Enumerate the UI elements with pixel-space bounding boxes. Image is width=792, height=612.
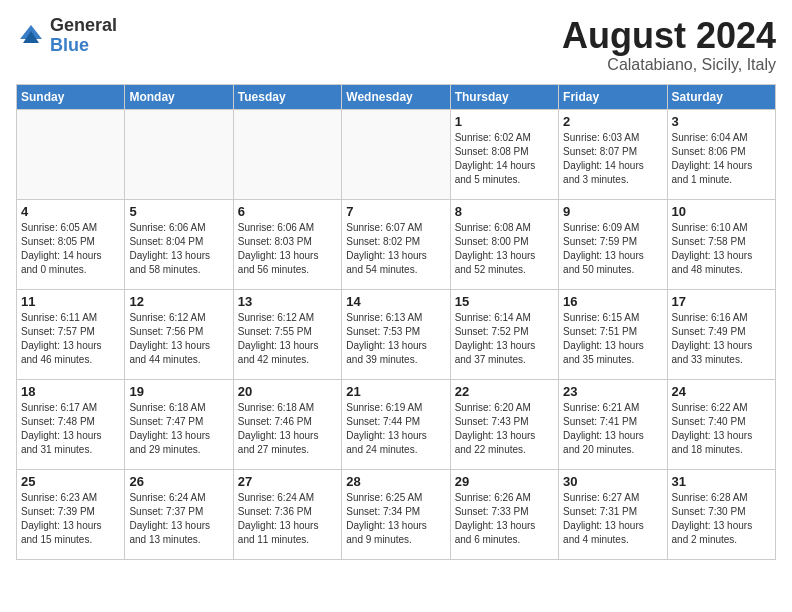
- day-info: Sunrise: 6:15 AMSunset: 7:51 PMDaylight:…: [563, 311, 662, 367]
- calendar-cell: 28Sunrise: 6:25 AMSunset: 7:34 PMDayligh…: [342, 469, 450, 559]
- day-info: Sunrise: 6:28 AMSunset: 7:30 PMDaylight:…: [672, 491, 771, 547]
- calendar-cell: 7Sunrise: 6:07 AMSunset: 8:02 PMDaylight…: [342, 199, 450, 289]
- calendar-week-row: 25Sunrise: 6:23 AMSunset: 7:39 PMDayligh…: [17, 469, 776, 559]
- calendar-cell: 12Sunrise: 6:12 AMSunset: 7:56 PMDayligh…: [125, 289, 233, 379]
- day-number: 5: [129, 204, 228, 219]
- calendar-week-row: 18Sunrise: 6:17 AMSunset: 7:48 PMDayligh…: [17, 379, 776, 469]
- day-number: 6: [238, 204, 337, 219]
- day-info: Sunrise: 6:12 AMSunset: 7:56 PMDaylight:…: [129, 311, 228, 367]
- day-info: Sunrise: 6:12 AMSunset: 7:55 PMDaylight:…: [238, 311, 337, 367]
- calendar-cell: 3Sunrise: 6:04 AMSunset: 8:06 PMDaylight…: [667, 109, 775, 199]
- calendar-cell: 19Sunrise: 6:18 AMSunset: 7:47 PMDayligh…: [125, 379, 233, 469]
- logo-blue-text: Blue: [50, 36, 117, 56]
- day-info: Sunrise: 6:22 AMSunset: 7:40 PMDaylight:…: [672, 401, 771, 457]
- weekday-header-saturday: Saturday: [667, 84, 775, 109]
- day-info: Sunrise: 6:05 AMSunset: 8:05 PMDaylight:…: [21, 221, 120, 277]
- calendar-cell: [125, 109, 233, 199]
- day-info: Sunrise: 6:20 AMSunset: 7:43 PMDaylight:…: [455, 401, 554, 457]
- logo-general-text: General: [50, 16, 117, 36]
- day-number: 4: [21, 204, 120, 219]
- day-info: Sunrise: 6:02 AMSunset: 8:08 PMDaylight:…: [455, 131, 554, 187]
- calendar-title: August 2024: [562, 16, 776, 56]
- day-number: 29: [455, 474, 554, 489]
- day-number: 2: [563, 114, 662, 129]
- weekday-header-row: SundayMondayTuesdayWednesdayThursdayFrid…: [17, 84, 776, 109]
- day-info: Sunrise: 6:11 AMSunset: 7:57 PMDaylight:…: [21, 311, 120, 367]
- day-number: 22: [455, 384, 554, 399]
- calendar-week-row: 11Sunrise: 6:11 AMSunset: 7:57 PMDayligh…: [17, 289, 776, 379]
- calendar-week-row: 1Sunrise: 6:02 AMSunset: 8:08 PMDaylight…: [17, 109, 776, 199]
- day-number: 7: [346, 204, 445, 219]
- weekday-header-wednesday: Wednesday: [342, 84, 450, 109]
- day-number: 21: [346, 384, 445, 399]
- calendar-cell: 21Sunrise: 6:19 AMSunset: 7:44 PMDayligh…: [342, 379, 450, 469]
- calendar-cell: 9Sunrise: 6:09 AMSunset: 7:59 PMDaylight…: [559, 199, 667, 289]
- day-number: 11: [21, 294, 120, 309]
- logo-icon: [16, 21, 46, 51]
- day-number: 12: [129, 294, 228, 309]
- day-number: 14: [346, 294, 445, 309]
- page-header: General Blue August 2024 Calatabiano, Si…: [16, 16, 776, 74]
- calendar-cell: 16Sunrise: 6:15 AMSunset: 7:51 PMDayligh…: [559, 289, 667, 379]
- day-number: 27: [238, 474, 337, 489]
- calendar-cell: 24Sunrise: 6:22 AMSunset: 7:40 PMDayligh…: [667, 379, 775, 469]
- calendar-cell: 11Sunrise: 6:11 AMSunset: 7:57 PMDayligh…: [17, 289, 125, 379]
- calendar-cell: 25Sunrise: 6:23 AMSunset: 7:39 PMDayligh…: [17, 469, 125, 559]
- logo-text: General Blue: [50, 16, 117, 56]
- weekday-header-tuesday: Tuesday: [233, 84, 341, 109]
- calendar-cell: [17, 109, 125, 199]
- day-number: 24: [672, 384, 771, 399]
- calendar-cell: 23Sunrise: 6:21 AMSunset: 7:41 PMDayligh…: [559, 379, 667, 469]
- day-info: Sunrise: 6:19 AMSunset: 7:44 PMDaylight:…: [346, 401, 445, 457]
- day-number: 10: [672, 204, 771, 219]
- day-info: Sunrise: 6:23 AMSunset: 7:39 PMDaylight:…: [21, 491, 120, 547]
- day-number: 15: [455, 294, 554, 309]
- day-info: Sunrise: 6:06 AMSunset: 8:03 PMDaylight:…: [238, 221, 337, 277]
- calendar-cell: 27Sunrise: 6:24 AMSunset: 7:36 PMDayligh…: [233, 469, 341, 559]
- calendar-cell: 17Sunrise: 6:16 AMSunset: 7:49 PMDayligh…: [667, 289, 775, 379]
- day-info: Sunrise: 6:10 AMSunset: 7:58 PMDaylight:…: [672, 221, 771, 277]
- day-number: 31: [672, 474, 771, 489]
- logo: General Blue: [16, 16, 117, 56]
- calendar-cell: 29Sunrise: 6:26 AMSunset: 7:33 PMDayligh…: [450, 469, 558, 559]
- day-info: Sunrise: 6:14 AMSunset: 7:52 PMDaylight:…: [455, 311, 554, 367]
- day-info: Sunrise: 6:25 AMSunset: 7:34 PMDaylight:…: [346, 491, 445, 547]
- day-info: Sunrise: 6:26 AMSunset: 7:33 PMDaylight:…: [455, 491, 554, 547]
- day-number: 19: [129, 384, 228, 399]
- day-info: Sunrise: 6:24 AMSunset: 7:36 PMDaylight:…: [238, 491, 337, 547]
- day-info: Sunrise: 6:13 AMSunset: 7:53 PMDaylight:…: [346, 311, 445, 367]
- calendar-cell: 10Sunrise: 6:10 AMSunset: 7:58 PMDayligh…: [667, 199, 775, 289]
- calendar-location: Calatabiano, Sicily, Italy: [562, 56, 776, 74]
- calendar-cell: 6Sunrise: 6:06 AMSunset: 8:03 PMDaylight…: [233, 199, 341, 289]
- calendar-cell: 8Sunrise: 6:08 AMSunset: 8:00 PMDaylight…: [450, 199, 558, 289]
- calendar-cell: 13Sunrise: 6:12 AMSunset: 7:55 PMDayligh…: [233, 289, 341, 379]
- day-info: Sunrise: 6:18 AMSunset: 7:46 PMDaylight:…: [238, 401, 337, 457]
- day-number: 13: [238, 294, 337, 309]
- day-number: 25: [21, 474, 120, 489]
- weekday-header-thursday: Thursday: [450, 84, 558, 109]
- calendar-table: SundayMondayTuesdayWednesdayThursdayFrid…: [16, 84, 776, 560]
- day-info: Sunrise: 6:18 AMSunset: 7:47 PMDaylight:…: [129, 401, 228, 457]
- day-number: 26: [129, 474, 228, 489]
- calendar-cell: 14Sunrise: 6:13 AMSunset: 7:53 PMDayligh…: [342, 289, 450, 379]
- weekday-header-sunday: Sunday: [17, 84, 125, 109]
- day-number: 28: [346, 474, 445, 489]
- weekday-header-monday: Monday: [125, 84, 233, 109]
- calendar-cell: 4Sunrise: 6:05 AMSunset: 8:05 PMDaylight…: [17, 199, 125, 289]
- day-number: 9: [563, 204, 662, 219]
- calendar-cell: 5Sunrise: 6:06 AMSunset: 8:04 PMDaylight…: [125, 199, 233, 289]
- day-info: Sunrise: 6:27 AMSunset: 7:31 PMDaylight:…: [563, 491, 662, 547]
- day-info: Sunrise: 6:09 AMSunset: 7:59 PMDaylight:…: [563, 221, 662, 277]
- day-number: 20: [238, 384, 337, 399]
- calendar-week-row: 4Sunrise: 6:05 AMSunset: 8:05 PMDaylight…: [17, 199, 776, 289]
- calendar-cell: 20Sunrise: 6:18 AMSunset: 7:46 PMDayligh…: [233, 379, 341, 469]
- calendar-cell: 22Sunrise: 6:20 AMSunset: 7:43 PMDayligh…: [450, 379, 558, 469]
- day-number: 23: [563, 384, 662, 399]
- calendar-cell: [342, 109, 450, 199]
- title-block: August 2024 Calatabiano, Sicily, Italy: [562, 16, 776, 74]
- day-info: Sunrise: 6:06 AMSunset: 8:04 PMDaylight:…: [129, 221, 228, 277]
- calendar-cell: 30Sunrise: 6:27 AMSunset: 7:31 PMDayligh…: [559, 469, 667, 559]
- weekday-header-friday: Friday: [559, 84, 667, 109]
- day-info: Sunrise: 6:07 AMSunset: 8:02 PMDaylight:…: [346, 221, 445, 277]
- day-number: 3: [672, 114, 771, 129]
